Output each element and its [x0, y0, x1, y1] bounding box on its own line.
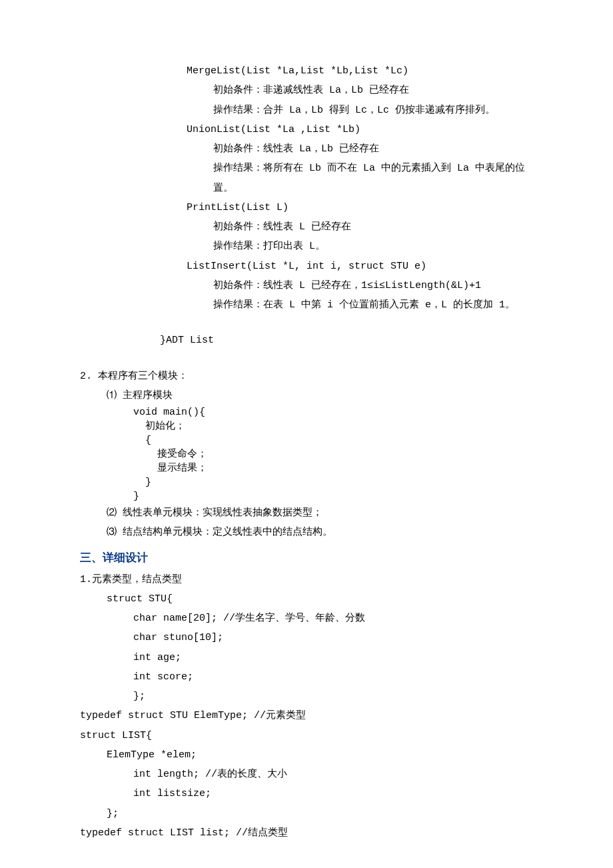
code-line: int score; [80, 667, 533, 687]
body-text: 2. 本程序有三个模块： [80, 367, 533, 386]
code-line: UnionList(List *La ,List *Lb) [80, 120, 533, 139]
code-line: int listsize; [80, 784, 533, 803]
section-heading: 三、详细设计 [80, 547, 533, 569]
code-line: 操作结果：将所有在 Lb 而不在 La 中的元素插入到 La 中表尾的位置。 [80, 159, 533, 198]
code-line: 操作结果：合并 La，Lb 得到 Lc，Lc 仍按非递减有序排列。 [80, 101, 533, 120]
code-line: }; [80, 687, 533, 706]
code-line: ListInsert(List *L, int i, struct STU e) [80, 257, 533, 276]
body-text: 1.元素类型，结点类型 [80, 570, 533, 589]
code-line: 操作结果：打印出表 L。 [80, 237, 533, 256]
code-line: int age; [80, 648, 533, 667]
code-line: struct LIST{ [80, 726, 533, 745]
code-line: ElemType *elem; [80, 745, 533, 765]
body-text: ⑶ 结点结构单元模块：定义线性表中的结点结构。 [80, 523, 533, 542]
code-line: char stuno[10]; [80, 628, 533, 647]
code-line: 初始条件：线性表 La，Lb 已经存在 [80, 139, 533, 159]
code-line: typedef struct LIST list; //结点类型 [80, 823, 533, 843]
blank-line [80, 351, 533, 367]
code-line: struct STU{ [80, 589, 533, 609]
code-line: MergeList(List *La,List *Lb,List *Lc) [80, 61, 533, 81]
code-line: 操作结果：在表 L 中第 i 个位置前插入元素 e，L 的长度加 1。 [80, 295, 533, 315]
code-line: 初始条件：线性表 L 已经存在，1≤i≤ListLength(&L)+1 [80, 276, 533, 295]
body-text: ⑴ 主程序模块 [80, 386, 533, 405]
code-line: }; [80, 804, 533, 823]
code-line: 初始条件：非递减线性表 La，Lb 已经存在 [80, 81, 533, 100]
document-page: MergeList(List *La,List *Lb,List *Lc) 初始… [0, 0, 613, 868]
code-line: }ADT List [80, 331, 533, 350]
body-text: ⑵ 线性表单元模块：实现线性表抽象数据类型； [80, 503, 533, 523]
code-block: void main(){ 初始化； { 接受命令； 显示结果； } } [80, 405, 533, 503]
code-line: 初始条件：线性表 L 已经存在 [80, 217, 533, 237]
blank-line [80, 315, 533, 331]
code-line: char name[20]; //学生名字、学号、年龄、分数 [80, 609, 533, 628]
code-line: int length; //表的长度、大小 [80, 765, 533, 784]
code-line: PrintList(List L) [80, 198, 533, 217]
code-line: typedef struct STU ElemType; //元素类型 [80, 706, 533, 725]
